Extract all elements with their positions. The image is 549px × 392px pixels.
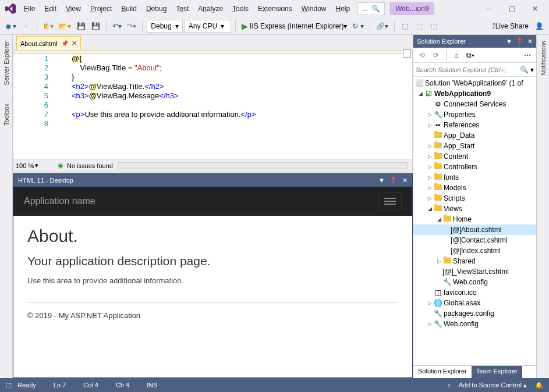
preview-dropdown-icon[interactable]: ▼ xyxy=(378,177,385,184)
menu-build[interactable]: Build xyxy=(117,2,141,15)
project-node[interactable]: ◢☑WebApplication9 xyxy=(413,88,536,99)
preview-close-icon[interactable]: ✕ xyxy=(402,177,408,184)
tree-appstart[interactable]: ▷App_Start xyxy=(413,141,536,151)
solexp-search[interactable]: 🔍 ▾ xyxy=(413,63,536,77)
account-button[interactable]: 👤 xyxy=(533,20,546,33)
tree-references[interactable]: ▷▪▪References xyxy=(413,120,536,130)
live-share-button[interactable]: ⤴ Live Share xyxy=(490,20,530,33)
platform-dropdown[interactable]: Any CPU▾ xyxy=(185,20,231,33)
tree-favicon[interactable]: ◫favicon.ico xyxy=(413,287,536,298)
hamburger-icon[interactable] xyxy=(378,192,402,211)
solexp-more-icon[interactable]: ⋯ xyxy=(521,49,534,62)
menu-extensions[interactable]: Extensions xyxy=(254,2,296,15)
menu-project[interactable]: Project xyxy=(86,2,116,15)
minimize-button[interactable]: ─ xyxy=(477,1,500,16)
solexp-fwd-icon[interactable]: ⟳ xyxy=(430,49,442,62)
tree-webcfg-views[interactable]: 🔧Web.config xyxy=(413,277,536,287)
menu-test[interactable]: Test xyxy=(172,2,193,15)
menu-window[interactable]: Window xyxy=(297,2,331,15)
window-title-tab: Web...ion9 xyxy=(389,2,434,15)
tree-contact[interactable]: [@]Contact.cshtml xyxy=(413,235,536,245)
browser-link-button[interactable]: 🔗▾ xyxy=(374,20,390,33)
config-dropdown[interactable]: Debug▾ xyxy=(147,20,182,33)
main-menu: File Edit View Project Build Debug Test … xyxy=(20,2,354,15)
code-body[interactable]: @{ ViewBag.Title = "About"; } <h2>@ViewB… xyxy=(72,54,412,159)
file-tab-about[interactable]: About.cshtml 📌 ✕ xyxy=(16,36,81,50)
server-explorer-tab[interactable]: Server Explorer xyxy=(3,37,10,88)
tree-shared[interactable]: ▷Shared xyxy=(413,256,536,266)
solexp-sync-icon[interactable]: ⧉▾ xyxy=(464,49,477,62)
tree-scripts[interactable]: ▷Scripts xyxy=(413,193,536,204)
tree-views[interactable]: ◢Views xyxy=(413,204,536,214)
solexp-pin-icon[interactable]: 📍 xyxy=(516,38,524,45)
nav-back-button[interactable]: ◉ ▾ xyxy=(3,20,18,33)
solexp-search-input[interactable] xyxy=(416,66,520,73)
search-icon[interactable]: 🔍 ▾ xyxy=(520,66,534,74)
save-all-button[interactable]: 💾 xyxy=(89,20,102,33)
menu-analyze[interactable]: Analyze xyxy=(194,2,227,15)
split-button[interactable] xyxy=(403,49,411,58)
refresh-button[interactable]: ↻ ▾ xyxy=(350,20,365,33)
save-button[interactable]: 💾 xyxy=(75,20,87,33)
status-ch[interactable]: Ch 4 xyxy=(116,382,129,389)
menu-file[interactable]: File xyxy=(20,2,39,15)
solution-tree[interactable]: ⬜Solution 'WebApplication9' (1 of ◢☑WebA… xyxy=(413,77,536,365)
menu-help[interactable]: Help xyxy=(331,2,354,15)
tree-properties[interactable]: ▷🔧Properties xyxy=(413,109,536,120)
tree-fonts[interactable]: ▷fonts xyxy=(413,172,536,183)
tree-index[interactable]: [@]Index.cshtml xyxy=(413,245,536,256)
tree-connected[interactable]: ⚙Connected Services xyxy=(413,99,536,109)
preview-pin-icon[interactable]: 📍 xyxy=(389,177,398,184)
maximize-button[interactable]: ▢ xyxy=(500,1,523,16)
tree-viewstart[interactable]: [@]_ViewStart.cshtml xyxy=(413,266,536,277)
preview-h1: About. xyxy=(27,226,398,246)
close-button[interactable]: ✕ xyxy=(523,1,547,16)
redo-button[interactable]: ↷▾ xyxy=(125,20,138,33)
solexp-dropdown-icon[interactable]: ▼ xyxy=(506,38,512,45)
menu-debug[interactable]: Debug xyxy=(142,2,171,15)
pin-icon[interactable]: 📌 xyxy=(61,40,68,47)
toolbox-tab[interactable]: Toolbox xyxy=(3,100,10,129)
status-ready: Ready xyxy=(17,382,36,389)
tree-packages[interactable]: 🔧packages.config xyxy=(413,308,536,319)
h-scrollbar[interactable] xyxy=(118,162,408,169)
status-ins[interactable]: INS xyxy=(147,382,157,389)
new-project-button[interactable]: 🗎▾ xyxy=(41,20,55,33)
solution-node[interactable]: ⬜Solution 'WebApplication9' (1 of xyxy=(413,78,536,88)
tree-content[interactable]: ▷Content xyxy=(413,151,536,162)
tree-controllers[interactable]: ▷Controllers xyxy=(413,162,536,172)
preview-brand[interactable]: Application name xyxy=(24,196,95,206)
step-button-2[interactable]: ⬚ xyxy=(413,20,426,33)
nav-fwd-button[interactable]: ◦ xyxy=(20,20,33,33)
solexp-close-icon[interactable]: ✕ xyxy=(527,38,533,45)
tree-webcfg[interactable]: ▷🔧Web.config xyxy=(413,319,536,329)
open-button[interactable]: 📂▾ xyxy=(57,20,73,33)
tree-home[interactable]: ◢Home xyxy=(413,214,536,224)
step-button-1[interactable]: ⬚ xyxy=(399,20,412,33)
tree-models[interactable]: ▷Models xyxy=(413,183,536,193)
step-button-3[interactable]: ⬚ xyxy=(428,20,441,33)
tree-global[interactable]: ▷🌐Global.asax xyxy=(413,298,536,308)
publish-icon[interactable]: ↑ xyxy=(447,382,451,389)
run-button[interactable]: ▶ IIS Express (Internet Explorer) ▾ xyxy=(240,20,349,33)
tree-about[interactable]: [@]About.cshtml xyxy=(413,224,536,235)
status-col[interactable]: Col 4 xyxy=(83,382,98,389)
bell-icon[interactable]: 🔔 xyxy=(535,382,543,389)
solexp-back-icon[interactable]: ⟲ xyxy=(416,49,428,62)
menu-edit[interactable]: Edit xyxy=(40,2,61,15)
zoom-dropdown[interactable]: 100 % ▾ xyxy=(13,162,48,169)
quick-launch[interactable]: ... 🔍 xyxy=(357,2,385,15)
notifications-tab[interactable]: Notifications xyxy=(540,37,547,79)
menu-view[interactable]: View xyxy=(62,2,85,15)
undo-button[interactable]: ↶▾ xyxy=(111,20,123,33)
tree-appdata[interactable]: App_Data xyxy=(413,130,536,141)
solexp-home-icon[interactable]: ⌂ xyxy=(450,49,463,62)
close-tab-icon[interactable]: ✕ xyxy=(72,40,77,47)
status-ln[interactable]: Ln 7 xyxy=(54,382,66,389)
source-control-button[interactable]: Add to Source Control ▴ xyxy=(459,382,527,389)
editor-area[interactable]: 12345678 @{ ViewBag.Title = "About"; } <… xyxy=(13,54,412,159)
tab-team-explorer[interactable]: Team Explorer xyxy=(472,366,522,378)
menu-tools[interactable]: Tools xyxy=(228,2,253,15)
file-tab-label: About.cshtml xyxy=(20,40,58,47)
tab-solution-explorer[interactable]: Solution Explorer xyxy=(413,366,472,378)
